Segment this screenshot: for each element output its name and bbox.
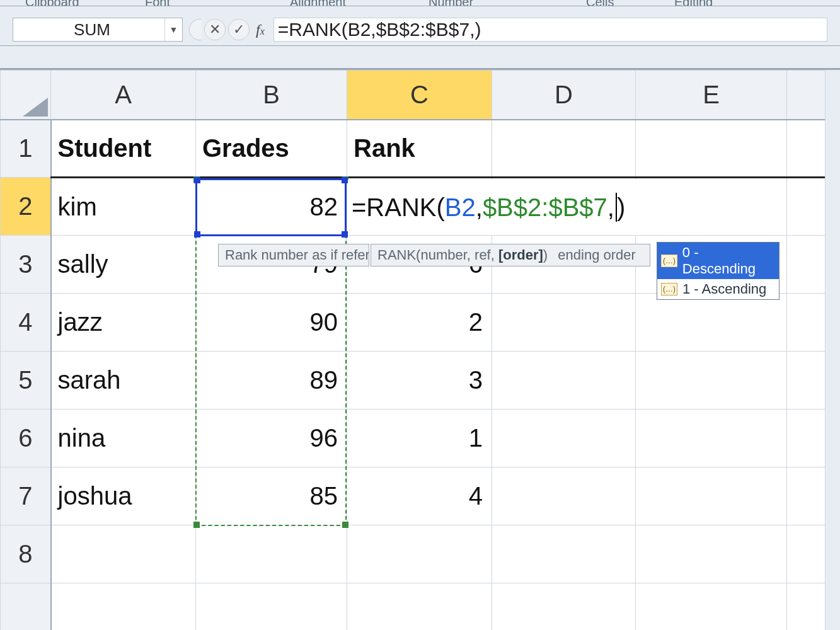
row-7: 7 joshua 85 4 — [1, 467, 841, 525]
cell-B8[interactable] — [196, 525, 347, 583]
row-header-6[interactable]: 6 — [1, 410, 51, 467]
cell-A7[interactable]: joshua — [51, 467, 196, 525]
cell-D1[interactable] — [492, 120, 636, 178]
cell-C7[interactable]: 4 — [347, 467, 492, 525]
name-box-value: SUM — [13, 20, 164, 40]
col-header-E[interactable]: E — [636, 71, 787, 120]
row-header-8[interactable]: 8 — [1, 525, 51, 583]
formula-bar-input[interactable]: =RANK(B2,$B$2:$B$7,) — [273, 18, 827, 42]
cell-B1[interactable]: Grades — [196, 120, 347, 178]
row-header-1[interactable]: 1 — [1, 120, 51, 178]
formula-suffix: ) — [617, 193, 625, 222]
formula-sep2: , — [607, 193, 614, 222]
formula-ref1: B2 — [445, 193, 476, 222]
cell-C6[interactable]: 1 — [347, 410, 492, 467]
row-header-5[interactable]: 5 — [1, 352, 51, 410]
ribbon-group-labels: Clipboard Font Alignment Number Cells Ed… — [0, 0, 840, 6]
cell-A3[interactable]: sally — [51, 236, 196, 294]
cell-C5[interactable]: 3 — [347, 352, 492, 410]
formula-arg-tooltip: Rank number as if refer — [218, 244, 369, 266]
cell-D7[interactable] — [492, 467, 636, 525]
row-5: 5 sarah 89 3 — [1, 352, 841, 410]
cell-A4[interactable]: jazz — [51, 294, 196, 352]
formula-ref2: $B$2:$B$7 — [483, 193, 607, 222]
cell-D8[interactable] — [492, 525, 636, 583]
cell-E1[interactable] — [636, 120, 787, 178]
row-header-9[interactable] — [1, 583, 51, 631]
cell-B7[interactable]: 85 — [196, 467, 347, 525]
cell-D5[interactable] — [492, 352, 636, 410]
cell-A6[interactable]: nina — [51, 410, 196, 467]
row-4: 4 jazz 90 2 — [1, 294, 841, 352]
col-header-A[interactable]: A — [51, 71, 196, 120]
col-header-C[interactable]: C — [347, 71, 492, 120]
cell-editor[interactable]: =RANK(B2,$B$2:$B$7,) — [348, 180, 657, 235]
row-header-3[interactable]: 3 — [1, 236, 51, 294]
cell-C1[interactable]: Rank — [347, 120, 492, 178]
enum-icon: (…) — [661, 255, 677, 267]
row-1: 1 Student Grades Rank — [1, 120, 841, 178]
enum-icon: (…) — [661, 283, 677, 295]
name-box-dropdown-icon[interactable]: ▼ — [164, 18, 182, 41]
column-header-row: A B C D E — [1, 71, 841, 120]
cell-A2[interactable]: kim — [51, 178, 196, 236]
cell-B6[interactable]: 96 — [196, 410, 347, 467]
cancel-formula-button[interactable]: ✕ — [204, 19, 226, 40]
cell-D6[interactable] — [492, 410, 636, 467]
name-box[interactable]: SUM ▼ — [13, 18, 183, 42]
ribbon-spacer — [0, 46, 840, 69]
row-9 — [1, 583, 841, 631]
spreadsheet-grid: A B C D E 1 Student Grades Rank 2 kim 82 — [0, 69, 840, 630]
cell-E4[interactable] — [636, 294, 787, 352]
formula-sep1: , — [476, 193, 483, 222]
fx-icon[interactable]: fx — [256, 21, 265, 38]
cell-A8[interactable] — [51, 525, 196, 583]
col-header-B[interactable]: B — [196, 71, 347, 120]
row-header-2[interactable]: 2 — [1, 178, 51, 236]
order-argument-dropdown: (…) 0 - Descending (…) 1 - Ascending — [657, 242, 780, 300]
cell-D4[interactable] — [492, 294, 636, 352]
row-6: 6 nina 96 1 — [1, 410, 841, 467]
order-option-descending[interactable]: (…) 0 - Descending — [657, 243, 779, 279]
col-header-D[interactable]: D — [492, 71, 636, 120]
vertical-scrollbar[interactable] — [825, 70, 840, 630]
cell-B2[interactable]: 82 — [196, 178, 347, 236]
cell-E7[interactable] — [636, 467, 787, 525]
cell-C4[interactable]: 2 — [347, 294, 492, 352]
cell-B5[interactable]: 89 — [196, 352, 347, 410]
cell-B4[interactable]: 90 — [196, 294, 347, 352]
formula-signature-tooltip: RANK(number, ref, [order]) ending order — [371, 244, 650, 266]
cell-E8[interactable] — [636, 525, 787, 583]
formula-prefix: =RANK( — [352, 193, 445, 222]
cell-E2[interactable] — [636, 178, 787, 236]
cell-A5[interactable]: sarah — [51, 352, 196, 410]
select-all-corner[interactable] — [1, 71, 51, 120]
cell-E6[interactable] — [636, 410, 787, 467]
formula-bar-tools: ✕ ✓ fx — [189, 19, 273, 40]
row-header-7[interactable]: 7 — [1, 467, 51, 525]
accept-formula-button[interactable]: ✓ — [228, 19, 250, 40]
cell-A1[interactable]: Student — [51, 120, 196, 178]
order-option-ascending[interactable]: (…) 1 - Ascending — [657, 279, 779, 299]
cell-E5[interactable] — [636, 352, 787, 410]
cell-C8[interactable] — [347, 525, 492, 583]
row-8: 8 — [1, 525, 841, 583]
row-header-4[interactable]: 4 — [1, 294, 51, 352]
formula-bar-row: SUM ▼ ✕ ✓ fx =RANK(B2,$B$2:$B$7,) — [0, 6, 840, 46]
